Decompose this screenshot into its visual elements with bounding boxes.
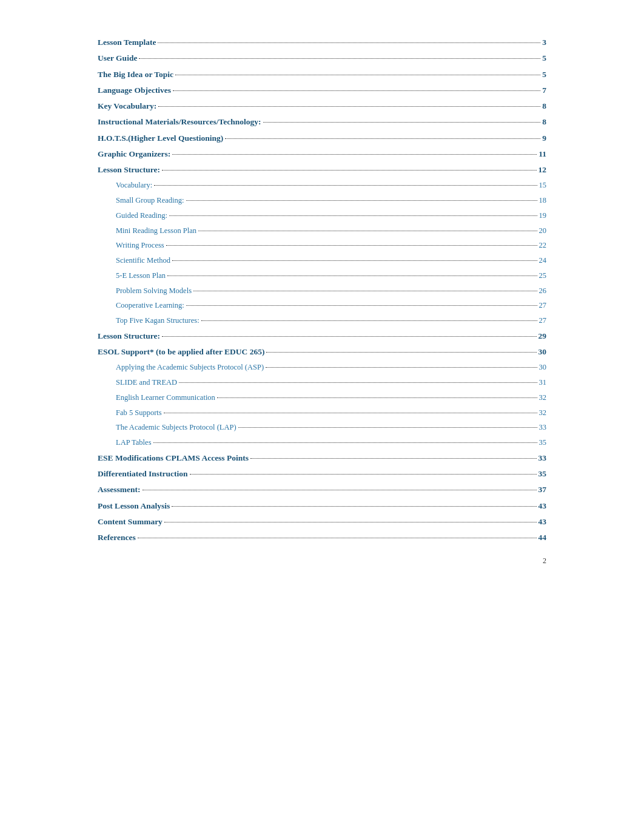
toc-page-big-idea: 5 <box>542 69 546 81</box>
toc-item-graphic-organizers[interactable]: Graphic Organizers:11 <box>98 148 546 160</box>
toc-title-applying-asp: Applying the Academic Subjects Protocol … <box>116 362 264 373</box>
toc-title-big-idea: The Big Idea or Topic <box>98 69 173 81</box>
toc-item-cooperative-learning[interactable]: Cooperative Learning:27 <box>98 300 546 311</box>
toc-title-key-vocabulary: Key Vocabulary: <box>98 100 156 112</box>
toc-title-guided-reading: Guided Reading: <box>116 210 167 221</box>
toc-title-language-objectives: Language Objectives <box>98 84 171 96</box>
toc-dots-english-learner <box>217 397 537 398</box>
toc-item-esol-support[interactable]: ESOL Support* (to be applied after EDUC … <box>98 346 546 358</box>
toc-title-graphic-organizers: Graphic Organizers: <box>98 148 170 160</box>
toc-dots-guided-reading <box>169 215 537 216</box>
toc-item-mini-reading[interactable]: Mini Reading Lesson Plan20 <box>98 225 546 237</box>
toc-page-slide-tread: 31 <box>539 377 547 388</box>
toc-dots-graphic-organizers <box>172 154 537 155</box>
toc-item-scientific-method[interactable]: Scientific Method24 <box>98 255 546 266</box>
toc-item-differentiated-instruction[interactable]: Differentiated Instruction35 <box>98 468 546 480</box>
toc-page-esol-support: 30 <box>538 346 547 358</box>
toc-item-user-guide[interactable]: User Guide5 <box>98 52 546 64</box>
toc-page-writing-process: 22 <box>539 240 547 251</box>
toc-item-lesson-structure-1[interactable]: Lesson Structure:12 <box>98 164 546 176</box>
toc-item-references[interactable]: References44 <box>98 532 546 544</box>
toc-item-small-group-reading[interactable]: Small Group Reading:18 <box>98 195 546 206</box>
toc-title-content-summary: Content Summary <box>98 516 163 528</box>
toc-item-language-objectives[interactable]: Language Objectives7 <box>98 84 546 96</box>
toc-page-lesson-template: 3 <box>542 36 546 49</box>
toc-item-5e-lesson-plan[interactable]: 5-E Lesson Plan25 <box>98 270 546 282</box>
toc-title-lap-tables: LAP Tables <box>116 437 152 448</box>
toc-title-cooperative-learning: Cooperative Learning: <box>116 300 184 311</box>
toc-page-lesson-structure-2: 29 <box>538 330 547 342</box>
toc-item-assessment[interactable]: Assessment:37 <box>98 484 546 496</box>
toc-dots-key-vocabulary <box>158 106 540 107</box>
toc-item-vocabulary[interactable]: Vocabulary:15 <box>98 180 546 191</box>
toc-item-hots[interactable]: H.O.T.S.(Higher Level Questioning)9 <box>98 132 546 144</box>
toc-dots-lap-tables <box>153 442 537 443</box>
toc-title-lesson-template: Lesson Template <box>98 36 156 49</box>
toc-dots-instructional-materials <box>263 122 541 123</box>
toc-page-small-group-reading: 18 <box>539 195 547 206</box>
toc-dots-language-objectives <box>173 90 540 91</box>
toc-page-vocabulary: 15 <box>539 180 547 191</box>
toc-page-scientific-method: 24 <box>539 255 547 266</box>
toc-item-content-summary[interactable]: Content Summary43 <box>98 516 546 528</box>
toc-item-guided-reading[interactable]: Guided Reading:19 <box>98 210 546 221</box>
toc-item-lesson-structure-2[interactable]: Lesson Structure:29 <box>98 330 546 342</box>
toc-page-assessment: 37 <box>538 484 547 496</box>
toc-item-lap-tables[interactable]: LAP Tables35 <box>98 437 546 448</box>
toc-item-writing-process[interactable]: Writing Process22 <box>98 240 546 251</box>
toc-item-problem-solving[interactable]: Problem Solving Models26 <box>98 285 546 297</box>
toc-dots-5e-lesson-plan <box>167 276 537 276</box>
toc-page-5e-lesson-plan: 25 <box>539 270 547 282</box>
toc-page-instructional-materials: 8 <box>542 116 546 128</box>
toc-page-lap-tables: 35 <box>539 437 547 448</box>
toc-dots-slide-tread <box>179 382 537 383</box>
toc-page-differentiated-instruction: 35 <box>538 468 547 480</box>
toc-title-assessment: Assessment: <box>98 484 141 496</box>
toc-page-hots: 9 <box>542 132 546 144</box>
toc-dots-vocabulary <box>154 185 537 186</box>
toc-page-lesson-structure-1: 12 <box>538 164 547 176</box>
toc-title-post-lesson-analysis: Post Lesson Analysis <box>98 500 170 512</box>
toc-dots-fab-5 <box>164 413 537 413</box>
toc-page-academic-subjects-lap: 33 <box>539 422 547 433</box>
toc-item-english-learner[interactable]: English Learner Communication32 <box>98 392 546 404</box>
page-number: 2 <box>543 556 546 566</box>
toc-dots-post-lesson-analysis <box>172 506 536 507</box>
page-container: Lesson Template3User Guide5The Big Idea … <box>86 0 558 584</box>
toc-item-key-vocabulary[interactable]: Key Vocabulary:8 <box>98 100 546 112</box>
toc-title-differentiated-instruction: Differentiated Instruction <box>98 468 188 480</box>
toc-title-scientific-method: Scientific Method <box>116 255 170 266</box>
toc-dots-references <box>138 538 537 538</box>
toc-item-big-idea[interactable]: The Big Idea or Topic5 <box>98 69 546 81</box>
toc-title-lesson-structure-2: Lesson Structure: <box>98 330 160 342</box>
toc-dots-lesson-structure-1 <box>162 170 537 171</box>
toc-item-top-five-kagan[interactable]: Top Five Kagan Structures:27 <box>98 315 546 326</box>
toc-item-lesson-template[interactable]: Lesson Template3 <box>98 36 546 49</box>
toc-item-fab-5[interactable]: Fab 5 Supports32 <box>98 407 546 419</box>
toc-title-ese-modifications: ESE Modifications CPLAMS Access Points <box>98 452 249 464</box>
toc-page-guided-reading: 19 <box>539 210 547 221</box>
toc-dots-differentiated-instruction <box>190 474 537 475</box>
toc-page-fab-5: 32 <box>539 407 547 419</box>
toc-dots-assessment <box>143 490 537 490</box>
toc-item-applying-asp[interactable]: Applying the Academic Subjects Protocol … <box>98 362 546 373</box>
toc-title-slide-tread: SLIDE and TREAD <box>116 377 177 388</box>
toc-dots-mini-reading <box>198 231 537 231</box>
toc-item-academic-subjects-lap[interactable]: The Academic Subjects Protocol (LAP)33 <box>98 422 546 433</box>
toc-dots-scientific-method <box>172 260 537 261</box>
toc-page-content-summary: 43 <box>538 516 547 528</box>
toc-dots-user-guide <box>139 58 540 59</box>
toc-title-vocabulary: Vocabulary: <box>116 180 152 191</box>
toc-item-ese-modifications[interactable]: ESE Modifications CPLAMS Access Points33 <box>98 452 546 464</box>
toc-item-instructional-materials[interactable]: Instructional Materials/Resources/Techno… <box>98 116 546 128</box>
toc-title-5e-lesson-plan: 5-E Lesson Plan <box>116 270 166 282</box>
toc-page-key-vocabulary: 8 <box>542 100 546 112</box>
toc-item-post-lesson-analysis[interactable]: Post Lesson Analysis43 <box>98 500 546 512</box>
toc-dots-academic-subjects-lap <box>238 427 537 428</box>
toc-title-esol-support: ESOL Support* (to be applied after EDUC … <box>98 346 264 358</box>
toc-dots-writing-process <box>166 245 537 246</box>
toc-page-cooperative-learning: 27 <box>539 300 547 311</box>
toc-title-top-five-kagan: Top Five Kagan Structures: <box>116 315 200 326</box>
toc-item-slide-tread[interactable]: SLIDE and TREAD31 <box>98 377 546 388</box>
toc-dots-top-five-kagan <box>201 320 537 321</box>
